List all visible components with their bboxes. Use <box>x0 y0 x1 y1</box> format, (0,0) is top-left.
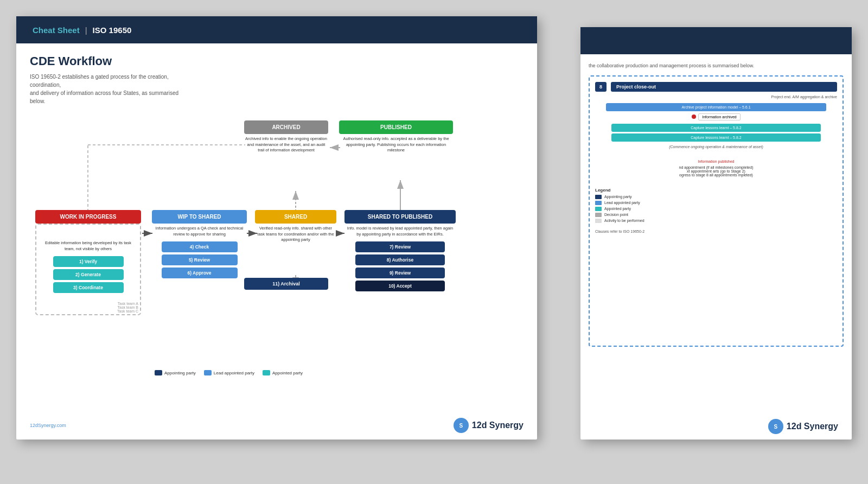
subtitle-line1: ISO 19650-2 establishes a gated process … <box>30 74 169 88</box>
wts-desc: Information undergoes a QA check and tec… <box>152 224 247 239</box>
rl-box-gray <box>595 213 602 217</box>
right-header-bar <box>580 27 852 54</box>
right-brand-footer: S 12d Synergy <box>580 416 852 440</box>
right-desc: the collaborative production and managem… <box>589 62 844 70</box>
right-diagram: 8 Project close-out Project end. A/M agg… <box>589 75 844 347</box>
archived-desc: Archived info to enable the ongoing oper… <box>244 134 328 156</box>
wip-to-shared-area: WIP TO SHARED Information undergoes a QA… <box>152 210 247 281</box>
s2p-desc: Info. model is reviewed by lead appointe… <box>344 224 456 239</box>
cheat-sheet-label: Cheat Sheet <box>33 26 80 35</box>
step-approve[interactable]: 6) Approve <box>162 268 238 278</box>
wip-desc: Editable information being developed by … <box>41 238 136 254</box>
wip-header: WORK IN PROGRESS <box>35 210 141 224</box>
workflow-diagram: ARCHIVED Archived info to enable the ong… <box>30 115 524 381</box>
legend-appointing-label: Appointing party <box>164 371 196 375</box>
legend: Appointing party Lead appointed party Ap… <box>155 370 303 375</box>
brand-name-left: 12d Synergy <box>472 421 524 430</box>
info-archived-row: Information archived <box>595 113 837 120</box>
step-review3[interactable]: 9) Review <box>355 268 445 278</box>
info-archived-badge: Information archived <box>698 113 740 120</box>
step-accept[interactable]: 10) Accept <box>355 281 445 291</box>
wip-dashed: Editable information being developed by … <box>35 224 141 315</box>
subtitle-line2: and delivery of information across four … <box>30 90 178 104</box>
legend-appointing: Appointing party <box>155 370 196 375</box>
archive-project-step[interactable]: Archive project information model – 5.6.… <box>606 103 826 111</box>
published-header: PUBLISHED <box>339 120 453 134</box>
brand-logo-left: S <box>454 418 469 433</box>
rl-lead-label: Lead appointed party <box>604 201 640 205</box>
rl-appointing-label: Appointing party <box>604 195 632 199</box>
left-document: Cheat Sheet | ISO 19650 CDE Workflow ISO… <box>16 16 537 440</box>
step-verify[interactable]: 1) Verify <box>53 256 124 267</box>
closeout-sub: Project end. A/M aggregation & archive <box>595 95 837 99</box>
progress-label: ogress to stage 8 all appointments mplet… <box>595 173 837 177</box>
task-team-c: Task team C <box>117 309 138 313</box>
rl-appointing: Appointing party <box>595 195 837 199</box>
page-container: Cheat Sheet | ISO 19650 CDE Workflow ISO… <box>0 0 868 484</box>
page-title: CDE Workflow <box>30 54 524 68</box>
info-published-label: Information published <box>595 160 837 163</box>
archival-step[interactable]: 11) Archival <box>244 278 328 290</box>
shared-header: SHARED <box>255 210 336 224</box>
milestone-area: Information published nd appointment (if… <box>595 157 837 180</box>
legend-appointed: Appointed party <box>263 370 303 375</box>
shared-desc: Verified read-only info. shared with oth… <box>255 224 336 245</box>
task-team-a: Task team A <box>117 302 138 305</box>
rl-activity-label: Activity to be performed <box>604 219 644 222</box>
capture-lessons-2[interactable]: Capture lessons learnt – 5.8.2 <box>611 133 821 142</box>
doc-left-footer: 12dSynergy.com S 12d Synergy <box>16 415 537 440</box>
wip-area: WORK IN PROGRESS Editable information be… <box>35 210 141 315</box>
archived-header: ARCHIVED <box>244 120 328 134</box>
footer-url: 12dSynergy.com <box>30 423 66 428</box>
right-doc-body: the collaborative production and managem… <box>580 54 852 416</box>
step-check[interactable]: 4) Check <box>162 241 238 252</box>
published-state: PUBLISHED Authorised read-only info. acc… <box>339 120 453 156</box>
clauses-ref: Clauses refer to ISO 19650-2 <box>595 230 837 233</box>
capture-lessons-1[interactable]: Capture lessons learnt – 5.8.2 <box>611 124 821 132</box>
step-coordinate[interactable]: 3) Coordinate <box>53 282 124 293</box>
right-document: the collaborative production and managem… <box>580 27 852 440</box>
brand-name-right: 12d Synergy <box>787 422 838 431</box>
rl-appointed: Appointed party <box>595 207 837 211</box>
ongoing-text: (Commence ongoing operation & maintenanc… <box>601 145 832 149</box>
published-desc: Authorised read-only info. accepted as a… <box>339 134 453 156</box>
red-dot <box>692 114 696 119</box>
brand-logo-right: S <box>768 419 783 434</box>
appointment-text: nd appointment (if all milestones comple… <box>595 165 837 169</box>
wts-header: WIP TO SHARED <box>152 210 247 224</box>
doc-body: CDE Workflow ISO 19650-2 establishes a g… <box>16 43 537 415</box>
iso-title-label: ISO 19650 <box>93 26 132 35</box>
legend-box-navy <box>155 370 162 375</box>
step-authorise[interactable]: 8) Authorise <box>355 254 445 265</box>
rl-box-navy <box>595 195 602 199</box>
right-legend: Legend Appointing party Lead appointed p… <box>595 188 837 223</box>
header-separator: | <box>85 26 87 35</box>
rl-box-blue <box>595 201 602 205</box>
legend-lead: Lead appointed party <box>204 370 254 375</box>
legend-box-blue <box>204 370 212 375</box>
archived-state: ARCHIVED Archived info to enable the ong… <box>244 120 328 156</box>
page-subtitle: ISO 19650-2 establishes a gated process … <box>30 73 193 105</box>
legend-title: Legend <box>595 188 837 193</box>
header-bar: Cheat Sheet | ISO 19650 <box>16 16 537 43</box>
project-closeout-header: 8 Project close-out <box>595 82 837 92</box>
task-team-area: Task team A Task team B Task team C <box>117 302 138 313</box>
task-team-b: Task team B <box>117 305 138 309</box>
shared-area: SHARED Verified read-only info. shared w… <box>255 210 336 245</box>
step-review2[interactable]: 7) Review <box>355 241 445 252</box>
rl-lead: Lead appointed party <box>595 201 837 205</box>
rl-decision-label: Decision point <box>604 213 628 216</box>
legend-appointed-label: Appointed party <box>272 371 303 375</box>
s2p-area: SHARED TO PUBLISHED Info. model is revie… <box>344 210 456 294</box>
closeout-number: 8 <box>595 82 607 92</box>
closeout-title: Project close-out <box>611 82 837 92</box>
step-review[interactable]: 5) Review <box>162 254 238 265</box>
next-appt: xt appointment arts (go to Stage 2) <box>595 169 837 173</box>
rl-box-light <box>595 219 602 223</box>
step-generate[interactable]: 2) Generate <box>53 269 124 280</box>
s2p-header: SHARED TO PUBLISHED <box>344 210 456 224</box>
rl-decision: Decision point <box>595 213 837 217</box>
rl-activity: Activity to be performed <box>595 219 837 223</box>
rl-appointed-label: Appointed party <box>604 207 631 211</box>
brand-footer-left: S 12d Synergy <box>454 418 524 433</box>
